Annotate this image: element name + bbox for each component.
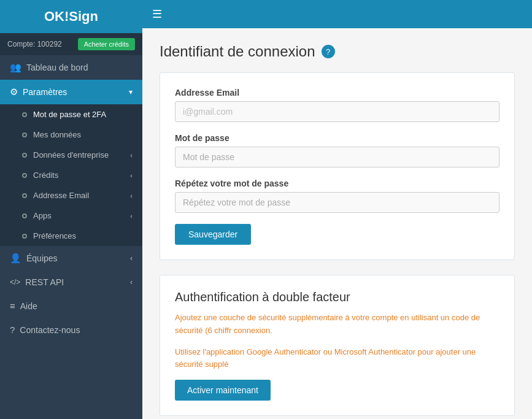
sidebar-item-contactez-nous[interactable]: ? Contactez-nous: [0, 318, 142, 342]
sidebar-item-rest-api[interactable]: </> REST API ‹: [0, 271, 142, 294]
twofa-title: Authentification à double facteur: [175, 290, 499, 304]
dot-icon: [22, 234, 27, 239]
sidebar-item-parametres[interactable]: ⚙ Paramètres ▾: [0, 80, 142, 104]
submenu-mot-de-passe[interactable]: Mot de passe et 2FA: [0, 104, 142, 125]
content-area: Identifiant de connexion ? Addresse Emai…: [142, 28, 532, 419]
tableau-icon: 👥: [10, 62, 21, 73]
submenu-mes-donnees[interactable]: Mes données: [0, 125, 142, 145]
dot-icon: [22, 133, 27, 137]
password-label: Mot de passe: [175, 133, 499, 143]
page-title-row: Identifiant de connexion ?: [160, 43, 515, 60]
twofa-description-line1: Ajoutez une couche de sécurité supplémen…: [175, 312, 499, 337]
password-form-group: Mot de passe: [175, 133, 499, 167]
equipes-icon: 👤: [10, 253, 21, 264]
parametres-icon: ⚙: [10, 86, 18, 98]
activate-button[interactable]: Activer maintenant: [175, 380, 271, 401]
dot-icon: [22, 213, 27, 218]
sidebar: OK!Sign Compte: 100292 Acheter crédits 👥…: [0, 0, 142, 419]
chevron-right-icon: ‹: [130, 172, 133, 179]
email-field[interactable]: [175, 101, 499, 122]
submenu-donnees-entreprise[interactable]: Données d'entreprise ‹: [0, 145, 142, 165]
repeat-password-label: Répétez votre mot de passe: [175, 179, 499, 188]
main-content: ☰ Identifiant de connexion ? Addresse Em…: [142, 0, 532, 419]
buy-credits-button[interactable]: Acheter crédits: [78, 38, 135, 50]
email-label: Addresse Email: [175, 88, 499, 98]
submenu-addresse-email[interactable]: Addresse Email ‹: [0, 185, 142, 206]
submenu-preferences[interactable]: Préférences: [0, 226, 142, 246]
sidebar-item-tableau-de-bord[interactable]: 👥 Tableau de bord: [0, 55, 142, 80]
page-title: Identifiant de connexion: [160, 43, 315, 60]
chevron-right-icon: ‹: [130, 278, 133, 286]
save-button[interactable]: Sauvegarder: [175, 224, 251, 245]
repeat-password-form-group: Répétez votre mot de passe: [175, 179, 499, 213]
parametres-submenu: Mot de passe et 2FA Mes données Données …: [0, 104, 142, 246]
sidebar-item-equipes[interactable]: 👤 Équipes ‹: [0, 246, 142, 271]
sidebar-item-aide[interactable]: ≡ Aide: [0, 294, 142, 318]
menu-icon[interactable]: ☰: [152, 7, 162, 21]
password-field[interactable]: [175, 147, 499, 167]
dot-icon: [22, 112, 27, 117]
chevron-down-icon: ▾: [129, 88, 133, 96]
chevron-right-icon: ‹: [130, 212, 133, 220]
repeat-password-field[interactable]: [175, 192, 499, 213]
login-credentials-card: Addresse Email Mot de passe Répétez votr…: [160, 72, 515, 260]
logo: OK!Sign: [0, 0, 142, 33]
chevron-right-icon: ‹: [130, 152, 133, 159]
chevron-right-icon: ‹: [130, 254, 133, 263]
twofa-description-line2: Utilisez l'application Google Authentica…: [175, 346, 499, 372]
dot-icon: [22, 173, 27, 178]
twofa-card: Authentification à double facteur Ajoute…: [160, 275, 515, 416]
rest-api-icon: </>: [10, 278, 20, 286]
account-label: Compte: 100292: [7, 40, 62, 48]
contactez-icon: ?: [10, 325, 15, 335]
aide-icon: ≡: [10, 301, 15, 311]
account-row: Compte: 100292 Acheter crédits: [0, 33, 142, 55]
submenu-credits[interactable]: Crédits ‹: [0, 165, 142, 185]
submenu-apps[interactable]: Apps ‹: [0, 206, 142, 226]
help-icon[interactable]: ?: [322, 45, 335, 58]
topbar: ☰: [142, 0, 532, 28]
dot-icon: [22, 153, 27, 158]
dot-icon: [22, 193, 27, 198]
chevron-right-icon: ‹: [130, 192, 133, 199]
email-form-group: Addresse Email: [175, 88, 499, 122]
